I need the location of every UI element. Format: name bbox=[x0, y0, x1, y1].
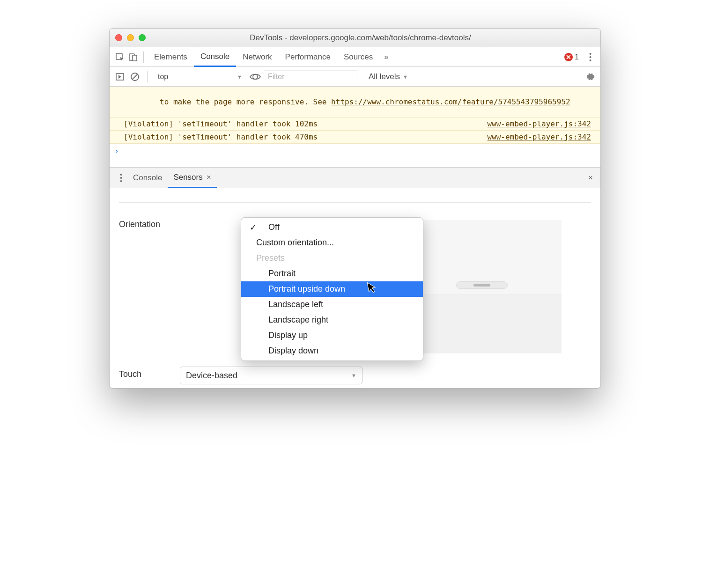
console-log-area: to make the page more responsive. See ht… bbox=[110, 87, 600, 167]
main-tabs-row: Elements Console Network Performance Sou… bbox=[110, 47, 600, 67]
console-message: [Violation] 'setTimeout' handler took 47… bbox=[110, 131, 600, 144]
svg-point-11 bbox=[120, 177, 122, 179]
svg-line-8 bbox=[132, 74, 138, 80]
caret-down-icon: ▼ bbox=[403, 74, 408, 80]
close-drawer-icon[interactable]: × bbox=[585, 170, 596, 185]
device-toggle-icon[interactable] bbox=[126, 51, 140, 64]
tabs-overflow-button[interactable]: » bbox=[379, 47, 393, 66]
tab-network[interactable]: Network bbox=[236, 47, 278, 66]
dropdown-option-custom[interactable]: Custom orientation... bbox=[241, 235, 423, 250]
message-source-link[interactable]: www-embed-player.js:342 bbox=[487, 132, 591, 141]
svg-point-10 bbox=[120, 174, 122, 176]
console-prompt[interactable]: › bbox=[110, 144, 600, 167]
touch-label: Touch bbox=[119, 367, 180, 379]
orientation-dropdown: Off Custom orientation... Presets Portra… bbox=[241, 217, 423, 361]
tab-sources[interactable]: Sources bbox=[337, 47, 379, 66]
svg-point-4 bbox=[589, 56, 591, 58]
drawer-tab-sensors[interactable]: Sensors × bbox=[168, 168, 216, 188]
window-title: DevTools - developers.google.com/web/too… bbox=[154, 33, 567, 43]
error-icon: ✕ bbox=[564, 53, 573, 61]
dropdown-option-display-up[interactable]: Display up bbox=[241, 328, 423, 343]
device-orientation-preview[interactable] bbox=[402, 220, 562, 353]
divider bbox=[143, 51, 144, 63]
zoom-window-button[interactable] bbox=[139, 34, 146, 41]
svg-rect-2 bbox=[133, 55, 137, 61]
caret-down-icon: ▼ bbox=[351, 373, 356, 378]
drawer: Console Sensors × × Orientation bbox=[110, 167, 600, 388]
dropdown-option-display-down[interactable]: Display down bbox=[241, 343, 423, 359]
drawer-tab-console[interactable]: Console bbox=[127, 168, 168, 188]
cursor-icon bbox=[366, 280, 377, 294]
svg-point-5 bbox=[589, 59, 591, 61]
error-count: 1 bbox=[575, 53, 579, 61]
console-settings-icon[interactable] bbox=[584, 70, 597, 83]
message-link[interactable]: https://www.chromestatus.com/feature/574… bbox=[331, 97, 570, 106]
drawer-tabs: Console Sensors × × bbox=[110, 168, 600, 188]
divider bbox=[119, 202, 591, 203]
tab-performance[interactable]: Performance bbox=[279, 47, 337, 66]
error-count-badge[interactable]: ✕ 1 bbox=[564, 53, 579, 61]
dropdown-option-portrait[interactable]: Portrait bbox=[241, 266, 423, 281]
console-message: [Violation] 'setTimeout' handler took 10… bbox=[110, 118, 600, 131]
live-expression-icon[interactable] bbox=[249, 70, 262, 83]
close-tab-icon[interactable]: × bbox=[207, 173, 211, 182]
divider bbox=[147, 71, 148, 82]
close-window-button[interactable] bbox=[115, 34, 122, 41]
message-source-link[interactable]: www-embed-player.js:342 bbox=[487, 119, 591, 128]
svg-point-3 bbox=[589, 53, 591, 55]
orientation-label: Orientation bbox=[119, 217, 180, 229]
filter-input[interactable] bbox=[264, 70, 357, 83]
dropdown-section-header: Presets bbox=[241, 250, 423, 266]
dropdown-option-portrait-upside-down[interactable]: Portrait upside down bbox=[241, 281, 423, 297]
toggle-sidebar-icon[interactable] bbox=[113, 70, 126, 83]
devtools-window: DevTools - developers.google.com/web/too… bbox=[109, 28, 601, 389]
drawer-more-icon[interactable] bbox=[114, 171, 127, 184]
console-toolbar: top ▼ All levels ▼ bbox=[110, 67, 600, 87]
svg-point-9 bbox=[253, 74, 258, 79]
caret-down-icon: ▼ bbox=[237, 74, 242, 80]
context-value: top bbox=[158, 73, 168, 81]
device-speaker-icon bbox=[456, 281, 508, 289]
minimize-window-button[interactable] bbox=[127, 34, 134, 41]
log-levels-selector[interactable]: All levels ▼ bbox=[369, 72, 408, 81]
dropdown-option-off[interactable]: Off bbox=[241, 220, 423, 235]
clear-console-icon[interactable] bbox=[128, 70, 141, 83]
sensors-panel: Orientation Off Custom orientation... Pr… bbox=[110, 188, 600, 388]
touch-row: Touch Device-based ▼ bbox=[119, 367, 362, 384]
dropdown-option-landscape-left[interactable]: Landscape left bbox=[241, 297, 423, 312]
svg-point-12 bbox=[120, 180, 122, 182]
context-selector[interactable]: top ▼ bbox=[153, 70, 247, 83]
tab-console[interactable]: Console bbox=[194, 48, 236, 67]
console-message: to make the page more responsive. See ht… bbox=[110, 87, 600, 118]
titlebar: DevTools - developers.google.com/web/too… bbox=[110, 29, 600, 47]
inspect-element-icon[interactable] bbox=[113, 51, 126, 64]
tab-elements[interactable]: Elements bbox=[148, 47, 194, 66]
traffic-lights bbox=[115, 34, 146, 41]
touch-select[interactable]: Device-based ▼ bbox=[180, 367, 362, 384]
dropdown-option-landscape-right[interactable]: Landscape right bbox=[241, 312, 423, 328]
more-options-icon[interactable] bbox=[584, 51, 597, 64]
